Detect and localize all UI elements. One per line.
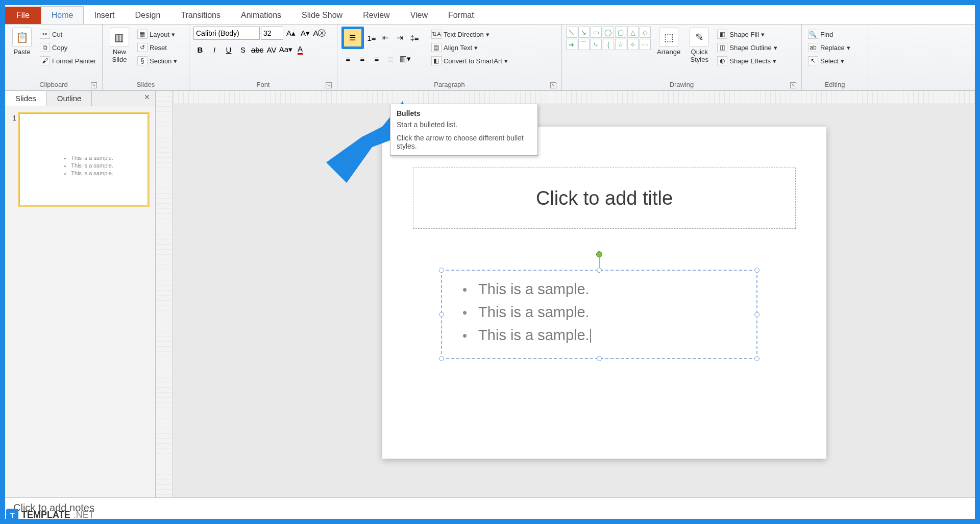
shape-connector-icon[interactable]: ⤷ [591, 39, 602, 50]
select-icon: ↖ [808, 56, 818, 65]
shape-line-icon[interactable]: ＼ [566, 27, 577, 38]
tab-format[interactable]: Format [438, 7, 484, 24]
shape-roundrect-icon[interactable]: ▢ [615, 27, 626, 38]
slide-thumbnail-1[interactable]: This is a sample. This is a sample. This… [19, 113, 148, 205]
clear-formatting-button[interactable]: Aⓧ [313, 27, 326, 40]
resize-handle-br[interactable] [754, 356, 760, 361]
drawing-dialog-launcher[interactable]: ↘ [790, 82, 796, 88]
shape-outline-button[interactable]: ◫Shape Outline ▾ [715, 42, 779, 53]
rotation-handle[interactable] [596, 251, 602, 257]
bullet-list[interactable]: This is a sample. This is a sample. This… [442, 271, 756, 354]
line-spacing-button[interactable]: ‡≡ [408, 31, 421, 44]
shape-callout-icon[interactable]: ✧ [627, 39, 639, 50]
align-text-button[interactable]: ▤Align Text ▾ [429, 42, 510, 53]
tab-slide-show[interactable]: Slide Show [291, 7, 353, 24]
format-painter-button[interactable]: 🖌Format Painter [38, 55, 98, 66]
bullets-button[interactable]: ☰ [341, 27, 364, 49]
select-button[interactable]: ↖Select ▾ [806, 55, 846, 66]
thumbnail-list[interactable]: 1 This is a sample. This is a sample. Th… [5, 106, 155, 212]
shapes-gallery[interactable]: ＼ ↘ ▭ ◯ ▢ △ ◇ ➔ ⌒ ⤷ { ☆ ✧ ⋯ [566, 27, 651, 50]
shape-star-icon[interactable]: ☆ [615, 39, 626, 50]
font-dialog-launcher[interactable]: ↘ [326, 82, 332, 88]
bold-button[interactable]: B [193, 43, 207, 56]
underline-button[interactable]: U [222, 43, 235, 56]
convert-smartart-button[interactable]: ◧Convert to SmartArt ▾ [429, 55, 510, 66]
layout-button[interactable]: ▦Layout ▾ [135, 29, 179, 40]
shape-arrow-icon[interactable]: ↘ [578, 27, 590, 38]
slide-canvas-area[interactable]: Bullets Start a bulleted list. Click the… [173, 91, 975, 497]
align-right-button[interactable]: ≡ [370, 52, 383, 65]
align-left-button[interactable]: ≡ [341, 52, 355, 65]
tab-view[interactable]: View [400, 7, 438, 24]
tab-home[interactable]: Home [41, 6, 84, 24]
shape-triangle-icon[interactable]: △ [627, 27, 639, 38]
shadow-button[interactable]: S [236, 43, 250, 56]
shape-diamond-icon[interactable]: ◇ [640, 27, 651, 38]
resize-handle-tm[interactable] [597, 268, 602, 273]
numbering-button[interactable]: 1≡ [365, 31, 378, 44]
increase-indent-button[interactable]: ⇥ [394, 31, 407, 44]
increase-indent-icon: ⇥ [397, 33, 403, 42]
replace-button[interactable]: abReplace ▾ [806, 42, 852, 53]
font-size-select[interactable] [261, 27, 283, 40]
decrease-indent-button[interactable]: ⇤ [379, 31, 393, 44]
bullet-item[interactable]: This is a sample. [462, 301, 736, 324]
notes-pane[interactable]: Click to add notes [5, 497, 975, 519]
pane-tab-slides[interactable]: Slides [5, 91, 47, 106]
tab-animations[interactable]: Animations [231, 7, 291, 24]
shape-rect-icon[interactable]: ▭ [591, 27, 602, 38]
shape-outline-icon: ◫ [717, 43, 727, 52]
find-button[interactable]: 🔍Find [806, 29, 835, 40]
paste-button[interactable]: 📋 Paste [9, 27, 35, 57]
pane-close-button[interactable]: ✕ [139, 91, 155, 106]
reset-button[interactable]: ↺Reset [135, 42, 179, 53]
pane-tab-outline[interactable]: Outline [47, 91, 92, 106]
resize-handle-tl[interactable] [439, 268, 444, 273]
strikethrough-button[interactable]: abc [251, 43, 264, 56]
arrange-button[interactable]: ⬚ Arrange [654, 27, 683, 57]
tab-transitions[interactable]: Transitions [170, 7, 231, 24]
font-color-button[interactable]: A [293, 43, 307, 56]
font-name-select[interactable] [193, 27, 260, 40]
justify-button[interactable]: ≣ [384, 52, 398, 65]
watermark: T TEMPLATE.NET [6, 509, 94, 521]
new-slide-button[interactable]: ▥ New Slide [107, 27, 132, 64]
tab-design[interactable]: Design [125, 7, 170, 24]
char-spacing-button[interactable]: AV [265, 43, 278, 56]
tab-insert[interactable]: Insert [84, 7, 125, 24]
resize-handle-tr[interactable] [754, 268, 760, 273]
slide[interactable]: Click to add title This is a sample. Thi… [382, 127, 826, 459]
title-placeholder[interactable]: Click to add title [413, 168, 796, 229]
columns-button[interactable]: ▥▾ [399, 52, 412, 65]
content-placeholder[interactable]: This is a sample. This is a sample. This… [441, 270, 757, 359]
change-case-button[interactable]: Aa▾ [279, 43, 292, 56]
bullet-item[interactable]: This is a sample. [462, 324, 736, 347]
shape-right-arrow-icon[interactable]: ➔ [566, 39, 577, 50]
resize-handle-bm[interactable] [597, 356, 602, 361]
resize-handle-mr[interactable] [754, 312, 760, 317]
shape-curve-icon[interactable]: ⌒ [578, 39, 590, 50]
paragraph-dialog-launcher[interactable]: ↘ [550, 82, 556, 88]
shape-brace-icon[interactable]: { [603, 39, 614, 50]
slides-pane: Slides Outline ✕ 1 This is a sample. Thi… [5, 91, 156, 497]
quick-styles-button[interactable]: ✎ Quick Styles [687, 27, 712, 64]
shape-effects-button[interactable]: ◐Shape Effects ▾ [715, 55, 779, 66]
file-tab[interactable]: File [5, 7, 41, 24]
resize-handle-ml[interactable] [439, 312, 444, 317]
shrink-font-button[interactable]: A▾ [299, 27, 312, 40]
align-text-icon: ▤ [431, 43, 442, 52]
bullet-item[interactable]: This is a sample. [462, 278, 736, 301]
shape-fill-button[interactable]: ◧Shape Fill ▾ [715, 29, 779, 40]
text-direction-button[interactable]: ⇅AText Direction ▾ [429, 29, 510, 40]
clipboard-dialog-launcher[interactable]: ↘ [91, 82, 97, 88]
shape-oval-icon[interactable]: ◯ [603, 27, 614, 38]
cut-button[interactable]: ✂Cut [38, 29, 98, 40]
grow-font-button[interactable]: A▴ [284, 27, 298, 40]
align-center-button[interactable]: ≡ [356, 52, 369, 65]
copy-button[interactable]: ⧉Copy [38, 42, 98, 53]
section-button[interactable]: §Section ▾ [135, 55, 179, 66]
resize-handle-bl[interactable] [439, 356, 444, 361]
tab-review[interactable]: Review [353, 7, 400, 24]
shape-more-icon[interactable]: ⋯ [640, 39, 651, 50]
italic-button[interactable]: I [208, 43, 221, 56]
